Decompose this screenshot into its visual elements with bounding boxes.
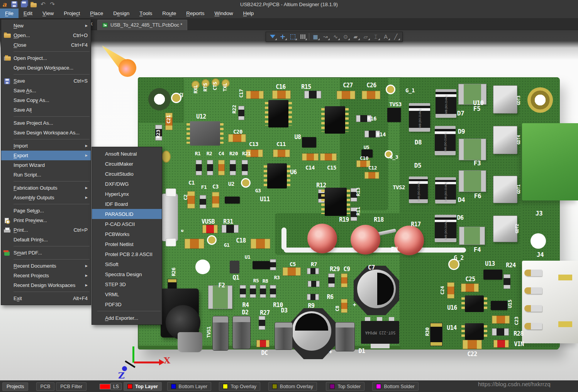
menu-item-ansoft-neutral[interactable]: Ansoft Neutral (92, 149, 162, 159)
menu-item-recent-documents[interactable]: Recent Documents▶ (1, 261, 91, 271)
filter-icon[interactable] (268, 32, 278, 41)
menu-item-export[interactable]: Export▶ (1, 151, 91, 160)
menu-separator (14, 204, 90, 204)
menu-item-protel-pcb-2-8-ascii[interactable]: Protel PCB 2.8 ASCII (92, 249, 162, 259)
component-icon[interactable]: ▦ (310, 32, 320, 41)
menu-item-pcbworks[interactable]: PCBWorks (92, 229, 162, 239)
layer-tab-top-overlay[interactable]: Top Overlay (219, 382, 260, 391)
polygon-icon[interactable]: ▰ (351, 32, 361, 41)
menu-reports[interactable]: Reports (181, 8, 209, 18)
menu-item-assembly-outputs[interactable]: Assembly Outputs▶ (1, 193, 91, 202)
layer-tab-top-layer[interactable]: Top Layer (124, 382, 162, 391)
panel-tab-pcb[interactable]: PCB (36, 382, 55, 391)
shortcut-label: Ctrl+F4 (64, 42, 88, 48)
blank-icon (3, 130, 13, 136)
menu-item-circuitstudio[interactable]: CircuitStudio (92, 169, 162, 179)
menu-project[interactable]: Project (59, 8, 85, 18)
blank-icon (3, 172, 13, 178)
tune-icon[interactable]: ∿ (331, 32, 341, 41)
menu-item-add-exporter[interactable]: Add Exporter... (92, 313, 162, 323)
menu-item-fabrication-outputs[interactable]: Fabrication Outputs▶ (1, 183, 91, 193)
selection-box-icon[interactable] (288, 32, 298, 41)
panel-tab-projects[interactable]: Projects (2, 382, 28, 391)
menu-item-label: VRML (105, 292, 119, 297)
dimension-icon[interactable]: ▱ (361, 32, 371, 41)
menu-item-page-setup[interactable]: Page Setup... (1, 206, 91, 216)
menu-help[interactable]: Help (238, 8, 259, 18)
comp-bh (307, 268, 319, 274)
crosshair-icon[interactable]: + (278, 32, 288, 41)
menu-item-close[interactable]: CloseCtrl+F4 (1, 40, 91, 50)
menu-view[interactable]: View (37, 8, 59, 18)
layer-tab-bottom-layer[interactable]: Bottom Layer (167, 382, 211, 391)
menu-item-recent-design-workspaces[interactable]: Recent Design Workspaces▶ (1, 280, 91, 290)
layer-tab-bottom-overlay[interactable]: Bottom Overlay (268, 382, 317, 391)
menu-item-save-design-workspace-as[interactable]: Save Design Workspace As... (1, 128, 91, 137)
menu-item-open[interactable]: Open...Ctrl+O (1, 31, 91, 40)
text-icon[interactable]: A (381, 32, 391, 41)
silkscreen-label-d9: D9 (458, 128, 465, 135)
measure-icon[interactable]: ⌶ (371, 32, 381, 41)
layer-tab-label: Bottom Solder (384, 384, 414, 389)
menu-item-open-project[interactable]: Open Project... (1, 53, 91, 63)
comet-decoration (101, 45, 142, 78)
menu-item-specctra-design[interactable]: Specctra Design (92, 269, 162, 279)
menu-item-protel-netlist[interactable]: Protel Netlist (92, 239, 162, 249)
via-icon[interactable]: ⊙ (341, 32, 351, 41)
menu-window[interactable]: Window (210, 8, 238, 18)
silkscreen-label-r27: R27 (260, 309, 270, 316)
menu-item-parasolid[interactable]: PARASOLID (92, 209, 162, 219)
menu-item-import[interactable]: Import▶ (1, 141, 91, 151)
menu-item-sisoft[interactable]: SiSoft (92, 259, 162, 269)
menu-item-save-copy-as[interactable]: Save Copy As... (1, 95, 91, 105)
tab-label: USB_To_422_485_TTL.PcbDoc * (110, 22, 182, 28)
menu-item-label: Assembly Outputs (14, 195, 54, 200)
menu-item-label: Print Preview... (14, 217, 47, 223)
menu-item-save-project-as[interactable]: Save Project As... (1, 118, 91, 128)
menu-route[interactable]: Route (157, 8, 181, 18)
layer-set-button[interactable]: LS (110, 383, 122, 390)
menu-item-hyperlynx[interactable]: HyperLynx (92, 189, 162, 199)
pcb-doc-icon (102, 23, 108, 27)
layer-set-color-swatch[interactable] (100, 384, 110, 389)
panel-tab-pcb-filter[interactable]: PCB Filter (56, 382, 86, 391)
menu-item-p-cad-ascii[interactable]: P-CAD ASCII (92, 219, 162, 229)
align-icon[interactable] (298, 32, 308, 41)
menu-item-dxf-dwg[interactable]: DXF/DWG (92, 179, 162, 189)
menu-item-import-wizard[interactable]: Import Wizard (1, 160, 91, 170)
menu-item-save-all[interactable]: Save All (1, 105, 91, 115)
menu-place[interactable]: Place (85, 8, 108, 18)
route-icon[interactable]: ↝ (320, 32, 331, 41)
comp-pin (524, 323, 542, 329)
menu-item-vrml[interactable]: VRML (92, 289, 162, 299)
menu-item-run-script[interactable]: Run Script... (1, 170, 91, 180)
menu-item-new[interactable]: New▶ (1, 21, 91, 31)
menu-item-smart-pdf[interactable]: Smart PDF... (1, 248, 91, 258)
menu-item-default-prints[interactable]: Default Prints... (1, 235, 91, 244)
menu-item-save-as[interactable]: Save As... (1, 86, 91, 95)
export-submenu: Ansoft NeutralCircuitMakerCircuitStudioD… (92, 147, 162, 325)
menu-item-step-3d[interactable]: STEP 3D (92, 279, 162, 289)
menu-file[interactable]: File (0, 8, 19, 18)
menu-item-pdf3d[interactable]: PDF3D (92, 299, 162, 309)
menu-item-print[interactable]: Print...Ctrl+P (1, 225, 91, 235)
menu-item-idf-board[interactable]: IDF Board (92, 199, 162, 209)
menu-item-save[interactable]: SaveCtrl+S (1, 76, 91, 86)
menu-design[interactable]: Design (108, 8, 134, 18)
menu-item-print-preview[interactable]: Print Preview... (1, 216, 91, 225)
menu-item-open-design-workspace[interactable]: Open Design Workspace... (1, 63, 91, 73)
tab-pcbdoc[interactable]: USB_To_422_485_TTL.PcbDoc * (97, 20, 187, 30)
menu-item-exit[interactable]: ExitAlt+F4 (1, 294, 91, 303)
menu-item-circuitmaker[interactable]: CircuitMaker (92, 159, 162, 169)
menu-tools[interactable]: Tools (134, 8, 157, 18)
comp-bh (304, 91, 321, 98)
line-icon[interactable]: ╱ (391, 32, 401, 41)
layer-tab-label: Bottom Layer (179, 384, 207, 389)
silkscreen-label-gdt4: GDT4 (516, 135, 521, 145)
layer-tab-top-solder[interactable]: Top Solder (326, 382, 364, 391)
menu-edit[interactable]: Edit (19, 8, 37, 18)
menu-item-recent-projects[interactable]: Recent Projects▶ (1, 271, 91, 280)
comp-gdt (493, 176, 517, 203)
layer-tab-bottom-solder[interactable]: Bottom Solder (372, 382, 418, 391)
comp-dccyl (178, 332, 202, 352)
